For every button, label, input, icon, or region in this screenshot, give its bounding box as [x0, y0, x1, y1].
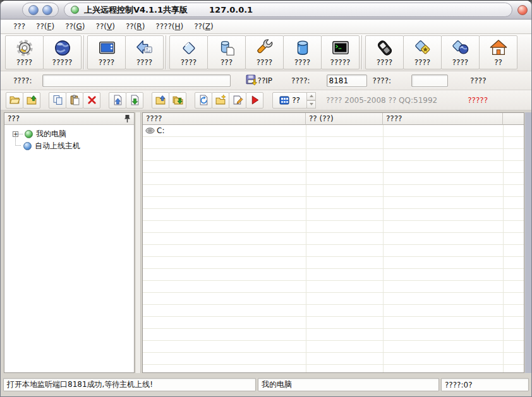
menu-item-4[interactable]: ??(V): [96, 22, 115, 31]
toolbar-button-tools[interactable]: ????: [245, 35, 284, 69]
toolbar-button-home[interactable]: ??: [479, 35, 517, 69]
drive-label: C:: [157, 126, 164, 135]
menu-item-5[interactable]: ??(R): [126, 22, 145, 31]
toolbar-button-device[interactable]: ????: [365, 35, 404, 69]
delete-button[interactable]: [83, 92, 100, 109]
toolbar-button-remote-view[interactable]: ????: [125, 35, 164, 69]
toolbar-group-4: ???? ???? ???? ??: [365, 35, 517, 69]
column-header-size[interactable]: ?? (??): [306, 113, 383, 125]
spinner-up-button[interactable]: [306, 92, 316, 100]
toolbar-button-file[interactable]: ????: [169, 35, 208, 69]
menu-item-1[interactable]: ???: [13, 22, 25, 31]
screen-icon: [97, 39, 116, 57]
menu-label: ??(: [96, 22, 107, 31]
menu-hotkey: R: [136, 22, 142, 31]
menu-item-3[interactable]: ??(G): [65, 22, 85, 31]
grid-line: [306, 125, 306, 372]
port-label: ????:: [291, 76, 310, 85]
save-ip-label[interactable]: ??IP: [258, 76, 273, 85]
main-toolbar: ???? ????? ???? ???? ????: [1, 34, 531, 71]
menu-hotkey: V: [107, 22, 112, 31]
plugin-globe-icon: [451, 39, 470, 57]
status-host-count: ????:0?: [441, 378, 529, 391]
app-window: 上兴远程控制V4.1.1共享版 127.0.0.1 ??? ??(F) ??(G…: [0, 0, 532, 397]
copy-icon: [52, 95, 63, 105]
wrench-icon: [255, 39, 274, 57]
column-header-type[interactable]: ????: [383, 113, 503, 125]
toolbar-button-label: ?????: [52, 58, 73, 67]
toolbar-button-label: ????: [452, 58, 468, 67]
file-list-panel: ???? ?? (??) ???? C:: [142, 112, 524, 373]
folder-download-button[interactable]: [169, 92, 186, 109]
minimize-button[interactable]: [28, 5, 39, 15]
copyright-text: ???? 2005-2008 ?? QQ:51992: [326, 96, 437, 105]
menu-label: ): [112, 22, 115, 31]
globe-icon: [53, 39, 72, 57]
copy-button[interactable]: [49, 92, 66, 109]
menubar: ??? ??(F) ??(G) ??(V) ??(R) ????(H) ??(Z…: [1, 20, 531, 34]
file-download-button[interactable]: [126, 92, 143, 109]
maximize-button[interactable]: [42, 5, 52, 15]
file-upload-button[interactable]: [109, 92, 126, 109]
save-ip-icon[interactable]: [246, 74, 258, 86]
column-header-name[interactable]: ????: [143, 113, 306, 125]
file-toolbar: ?? ???? 2005-2008 ?? QQ:51992 ?????: [1, 90, 531, 110]
auto-online-icon: [23, 142, 32, 150]
tree-node-my-computer[interactable]: + 我的电脑: [4, 128, 134, 140]
toolbar-button-database[interactable]: ????: [283, 35, 322, 69]
apply-label[interactable]: ????: [470, 76, 486, 85]
toolbar-button-screen[interactable]: ????: [87, 35, 126, 69]
folder-upload-button[interactable]: [152, 92, 169, 109]
toolbar-button-storage[interactable]: ???: [207, 35, 246, 69]
toolbar-button-gear[interactable]: ????: [5, 35, 44, 69]
spinner-down-button[interactable]: [306, 100, 316, 109]
menu-item-6[interactable]: ????(H): [155, 22, 183, 31]
paste-button[interactable]: [66, 92, 83, 109]
password-input[interactable]: [411, 74, 448, 87]
port-input[interactable]: [327, 74, 367, 87]
toolbar-button-label: ????: [377, 58, 392, 67]
refresh-button[interactable]: [195, 92, 212, 109]
delete-icon: [87, 95, 97, 105]
view-mode-spinner: [306, 92, 316, 109]
edit-button[interactable]: [229, 92, 246, 109]
folder-export-button[interactable]: [23, 92, 40, 109]
menu-label: ???: [13, 22, 25, 31]
close-button[interactable]: [517, 5, 528, 15]
main-area: ??? + 我的电脑 自动上线主机 ????: [1, 110, 531, 373]
list-item-drive-c[interactable]: C:: [143, 125, 305, 136]
new-folder-button[interactable]: [212, 92, 229, 109]
menu-item-2[interactable]: ??(F): [36, 22, 54, 31]
grid-line: [383, 125, 384, 372]
status-message: 打开本地监听端口8181成功,等待主机上线!: [3, 378, 256, 391]
toolbar-button-globe[interactable]: ?????: [43, 35, 82, 69]
gear-icon: [15, 39, 34, 57]
toolbar-button-label: ????: [257, 58, 272, 67]
service-input[interactable]: [42, 74, 231, 87]
refresh-icon: [198, 95, 209, 105]
menu-label: ????(: [155, 22, 174, 31]
toolbar-group-1: ???? ?????: [5, 35, 82, 69]
arrow-up-icon: [310, 95, 313, 97]
menu-label: ): [51, 22, 54, 31]
toolbar-button-label: ????: [294, 58, 310, 67]
tree-node-auto-online[interactable]: 自动上线主机: [4, 140, 134, 152]
run-button[interactable]: [246, 92, 263, 109]
toolbar-button-terminal[interactable]: ?????: [321, 35, 360, 69]
menu-item-7[interactable]: ??(Z): [194, 22, 213, 31]
view-mode-button[interactable]: ??: [272, 92, 307, 109]
toolbar-button-plugin[interactable]: ????: [403, 35, 442, 69]
toolbar-button-label: ?????: [330, 58, 351, 67]
open-folder-button[interactable]: [6, 92, 23, 109]
service-label: ????:: [13, 76, 32, 85]
register-link[interactable]: ?????: [468, 96, 488, 105]
menu-label: ??(: [36, 22, 47, 31]
menu-label: ??(: [65, 22, 76, 31]
titlebar: 上兴远程控制V4.1.1共享版 127.0.0.1: [1, 1, 531, 20]
toolbar-button-web-plugin[interactable]: ????: [441, 35, 480, 69]
list-header: ???? ?? (??) ????: [143, 113, 524, 125]
pin-icon[interactable]: [124, 114, 131, 123]
panel-splitter[interactable]: [135, 112, 142, 373]
tree-node-label: 我的电脑: [36, 129, 66, 139]
connection-bar: ????: ??IP ????: ????: ????: [1, 71, 531, 90]
